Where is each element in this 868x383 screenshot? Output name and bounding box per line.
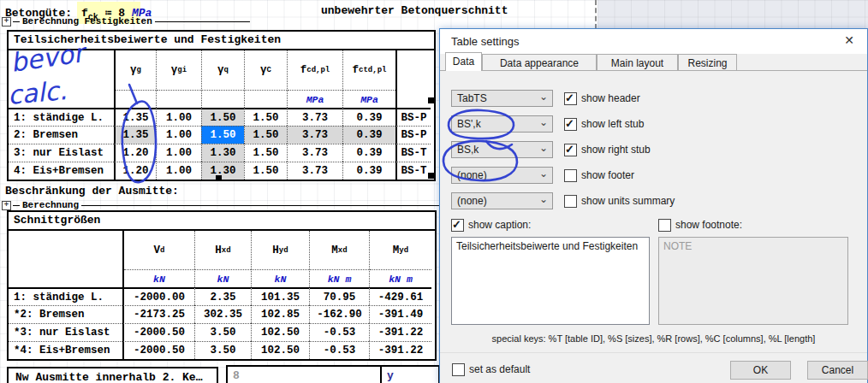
row-label[interactable]: 2: Bremsen bbox=[9, 126, 114, 144]
table-cell[interactable]: 1.50 bbox=[244, 126, 287, 144]
row-label[interactable]: 1: ständige L. bbox=[9, 108, 114, 126]
table-cell[interactable]: 1.00 bbox=[156, 144, 201, 162]
close-icon[interactable]: ✕ bbox=[840, 33, 859, 50]
show-footer-label[interactable]: show footer bbox=[581, 169, 634, 181]
ausmitte-result-box[interactable]: Nw Ausmitte innerhalb 2. Ke… bbox=[7, 367, 218, 383]
table-cell[interactable]: 3.50 bbox=[194, 341, 251, 359]
table-cell[interactable]: 3.73 bbox=[287, 162, 342, 180]
show-units-summary-label[interactable]: show units summary bbox=[581, 195, 675, 207]
table-cell[interactable]: 102.50 bbox=[251, 323, 309, 341]
table-cell[interactable]: -2000.00 bbox=[122, 287, 194, 305]
table-cell[interactable]: 101.35 bbox=[251, 287, 309, 305]
show-footnote-label[interactable]: show footnote: bbox=[675, 219, 742, 231]
tab-data-appearance[interactable]: Data appearance bbox=[482, 54, 597, 70]
row-label[interactable]: 4: Eis+Bremsen bbox=[9, 162, 114, 180]
show-right-stub-checkbox[interactable]: ✓ bbox=[564, 144, 577, 156]
table-cell[interactable]: 102.50 bbox=[251, 341, 309, 359]
table-cell[interactable]: -162.90 bbox=[309, 305, 369, 323]
set-as-default-label[interactable]: set as default bbox=[469, 363, 530, 375]
row-label[interactable]: *4: Eis+Bremsen bbox=[9, 341, 122, 359]
table-cell[interactable]: 0.39 bbox=[342, 144, 395, 162]
row-label[interactable]: *3: nur Eislast bbox=[9, 323, 122, 341]
table-cell[interactable]: 1.50 bbox=[201, 126, 244, 144]
table-cell[interactable]: 1.00 bbox=[156, 162, 201, 180]
header-stub-cell bbox=[9, 231, 122, 287]
show-footnote-checkbox[interactable] bbox=[658, 219, 671, 232]
table-cell[interactable]: -2000.50 bbox=[122, 323, 194, 341]
show-header-checkbox[interactable]: ✓ bbox=[564, 92, 577, 105]
region-berechnung-festigkeiten[interactable]: + Berechnung Festigkeiten bbox=[2, 16, 250, 27]
right-stub-cell[interactable]: BS-P bbox=[395, 108, 431, 126]
row-label[interactable]: 1: ständige L. bbox=[9, 287, 122, 305]
right-stub-select[interactable]: BS,k⌄ bbox=[451, 141, 553, 158]
table-cell[interactable]: -391.49 bbox=[369, 305, 431, 323]
table-cell[interactable]: 102.85 bbox=[251, 305, 309, 323]
table-cell[interactable]: 3.73 bbox=[287, 126, 342, 144]
show-units-summary-checkbox[interactable] bbox=[564, 195, 577, 208]
table-cell[interactable]: 1.20 bbox=[114, 162, 156, 180]
tab-data[interactable]: Data bbox=[445, 52, 482, 71]
bottom-table-fragment[interactable]: 8 y bbox=[226, 365, 440, 383]
table-cell[interactable]: 302.35 bbox=[194, 305, 251, 323]
table-cell[interactable]: 1.50 bbox=[244, 108, 287, 126]
caption-textarea[interactable]: Teilsicherheitsbeiwerte und Festigkeiten bbox=[451, 237, 650, 325]
table-cell[interactable]: -429.61 bbox=[369, 287, 431, 305]
expand-plus-icon[interactable]: + bbox=[2, 201, 11, 210]
show-caption-checkbox[interactable]: ✓ bbox=[451, 219, 464, 232]
table-cell[interactable]: -2000.50 bbox=[122, 341, 194, 359]
row-label[interactable]: 3: nur Eislast bbox=[9, 144, 114, 162]
left-stub-select[interactable]: BS',k⌄ bbox=[451, 115, 553, 133]
tab-resizing[interactable]: Resizing bbox=[678, 54, 737, 70]
table-cell[interactable]: -391.22 bbox=[369, 323, 431, 341]
show-header-label[interactable]: show header bbox=[581, 92, 640, 104]
table-data-select[interactable]: TabTS⌄ bbox=[451, 90, 553, 107]
table-cell[interactable]: 2.35 bbox=[194, 287, 251, 305]
right-stub-cell[interactable]: BS-P bbox=[395, 126, 431, 144]
table-cell[interactable]: 70.95 bbox=[309, 287, 369, 305]
table-cell[interactable]: 1.20 bbox=[114, 144, 156, 162]
table-cell[interactable]: 1.50 bbox=[244, 162, 287, 180]
table-cell[interactable]: 1.35 bbox=[114, 108, 156, 126]
show-right-stub-label[interactable]: show right stub bbox=[581, 144, 651, 156]
table-cell[interactable]: -0.53 bbox=[309, 323, 369, 341]
table-cell[interactable]: -0.53 bbox=[309, 341, 369, 359]
table-cell[interactable]: 3.73 bbox=[287, 144, 342, 162]
right-stub-cell[interactable]: BS-T bbox=[395, 144, 431, 162]
table-cell[interactable]: 1.30 bbox=[201, 144, 244, 162]
column-unit: kN m bbox=[370, 269, 431, 287]
table-cell[interactable]: 1.35 bbox=[114, 126, 156, 144]
ok-button[interactable]: OK bbox=[730, 361, 791, 380]
expand-plus-icon[interactable]: + bbox=[2, 17, 11, 27]
show-caption-label[interactable]: show caption: bbox=[468, 219, 531, 231]
footnote-textarea[interactable]: NOTE bbox=[658, 237, 848, 325]
table-cell[interactable]: 0.39 bbox=[342, 126, 395, 144]
table-cell[interactable]: 1.00 bbox=[156, 126, 201, 144]
row-label[interactable]: *2: Bremsen bbox=[9, 305, 122, 323]
table-cell[interactable]: 1.00 bbox=[156, 108, 201, 126]
table-cell[interactable]: 0.39 bbox=[342, 162, 395, 180]
table-cell[interactable]: 1.30 bbox=[201, 162, 244, 180]
table-resize-handle[interactable] bbox=[428, 97, 434, 103]
cancel-button[interactable]: Cancel bbox=[807, 361, 868, 380]
table-cell[interactable]: 1.50 bbox=[244, 144, 287, 162]
set-as-default-checkbox[interactable] bbox=[452, 363, 465, 376]
table-cell[interactable]: 3.73 bbox=[287, 108, 342, 126]
dialog-titlebar[interactable]: Table settings ✕ bbox=[440, 29, 867, 54]
units-summary-select[interactable]: (none)⌄ bbox=[451, 192, 553, 209]
footer-select[interactable]: (none)⌄ bbox=[451, 167, 553, 184]
right-stub-cell[interactable]: BS-T bbox=[395, 162, 431, 180]
table-cell[interactable]: -2173.25 bbox=[122, 305, 194, 323]
table-cell[interactable]: 0.39 bbox=[342, 108, 395, 126]
table-resize-handle[interactable] bbox=[216, 175, 222, 181]
teilsicherheit-table[interactable]: Teilsicherheitsbeiwerte und Festigkeiten… bbox=[7, 30, 436, 181]
table-cell[interactable]: 3.50 bbox=[194, 323, 251, 341]
table-resize-handle[interactable] bbox=[428, 173, 434, 179]
tab-main-layout[interactable]: Main layout bbox=[597, 54, 678, 70]
show-left-stub-checkbox[interactable]: ✓ bbox=[564, 118, 577, 131]
table-cell[interactable]: 1.50 bbox=[201, 108, 244, 126]
show-left-stub-label[interactable]: show left stub bbox=[581, 118, 644, 130]
schnittgroessen-table[interactable]: SchnittgrößenVdkNHxdkNHydkNMxdkN mMydkN … bbox=[7, 210, 437, 361]
column-header: γC bbox=[244, 50, 287, 108]
table-cell[interactable]: -391.22 bbox=[369, 341, 431, 359]
show-footer-checkbox[interactable] bbox=[564, 169, 577, 182]
